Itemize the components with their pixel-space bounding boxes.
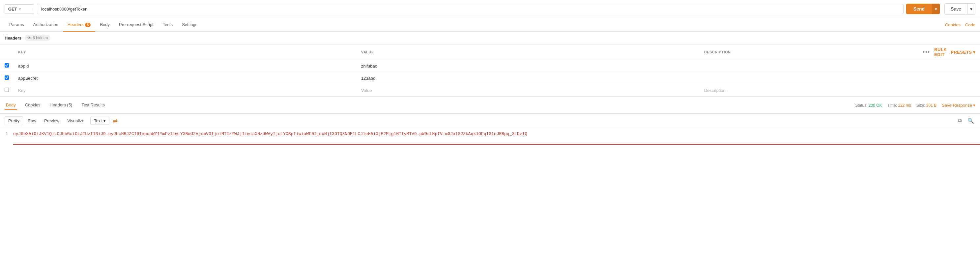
table-row-empty: Key Value Description bbox=[0, 84, 980, 97]
header-key-1[interactable]: appId bbox=[14, 60, 356, 72]
code-viewer-bar: Pretty Raw Preview Visualize Text ▾ ⇌ ⧉ … bbox=[0, 114, 980, 128]
tab-settings[interactable]: Settings bbox=[177, 18, 202, 32]
top-bar: GET ▾ Send ▾ Save ▾ bbox=[0, 0, 980, 18]
view-tab-visualize[interactable]: Visualize bbox=[64, 116, 88, 125]
response-tab-test-results[interactable]: Test Results bbox=[80, 100, 106, 110]
value-placeholder[interactable]: Value bbox=[361, 88, 372, 93]
time-label: Time: 222 ms bbox=[888, 103, 911, 108]
row-checkbox-empty[interactable] bbox=[5, 88, 9, 92]
save-button[interactable]: Save bbox=[944, 3, 967, 14]
right-icons: ⧉ 🔍 bbox=[957, 116, 975, 125]
code-content[interactable]: eyJ0eXAiOiJKV1QiLCJhbGciOiJIUzI1NiJ9.eyJ… bbox=[13, 131, 980, 145]
search-icon[interactable]: 🔍 bbox=[966, 116, 975, 125]
col-actions: ••• Bulk Edit Presets ▾ bbox=[918, 45, 980, 60]
table-row: appSecret 123abc bbox=[0, 72, 980, 84]
view-tab-raw[interactable]: Raw bbox=[24, 116, 40, 125]
view-tab-preview[interactable]: Preview bbox=[41, 116, 63, 125]
size-value: 301 B bbox=[926, 103, 937, 108]
presets-button[interactable]: Presets ▾ bbox=[951, 50, 975, 55]
format-value: Text bbox=[94, 118, 102, 123]
tab-headers[interactable]: Headers8 bbox=[63, 18, 95, 32]
status-label: Status: 200 OK bbox=[855, 103, 882, 108]
headers-table: KEY VALUE DESCRIPTION ••• Bulk Edit Pres… bbox=[0, 45, 980, 97]
tab-pre-request[interactable]: Pre-request Script bbox=[115, 18, 158, 32]
send-dropdown-button[interactable]: ▾ bbox=[932, 4, 940, 14]
tab-params[interactable]: Params bbox=[5, 18, 29, 32]
col-key: KEY bbox=[14, 45, 356, 60]
save-response-button[interactable]: Save Response ▾ bbox=[942, 103, 975, 108]
key-placeholder[interactable]: Key bbox=[18, 88, 25, 93]
wrap-button[interactable]: ⇌ bbox=[113, 117, 118, 124]
eye-icon: 👁 bbox=[27, 35, 31, 40]
method-label: GET bbox=[8, 6, 17, 11]
top-right-links: Cookies Code bbox=[945, 22, 975, 27]
method-chevron-icon: ▾ bbox=[19, 7, 21, 11]
code-link[interactable]: Code bbox=[965, 22, 975, 27]
format-select[interactable]: Text ▾ bbox=[90, 116, 110, 125]
hidden-headers-badge[interactable]: 👁 6 hidden bbox=[25, 35, 51, 41]
cookies-link[interactable]: Cookies bbox=[945, 22, 961, 27]
code-body: 1 eyJ0eXAiOiJKV1QiLCJhbGciOiJIUzI1NiJ9.e… bbox=[0, 128, 980, 148]
response-status: Status: 200 OK Time: 222 ms Size: 301 B … bbox=[855, 103, 975, 108]
response-tab-headers[interactable]: Headers (5) bbox=[48, 100, 74, 110]
header-value-1[interactable]: zhifubao bbox=[356, 60, 700, 72]
request-tab-nav: Params Authorization Headers8 Body Pre-r… bbox=[0, 18, 980, 32]
headers-section-header: Headers 👁 6 hidden bbox=[0, 32, 980, 45]
size-label: Size: 301 B bbox=[916, 103, 937, 108]
header-key-2[interactable]: appSecret bbox=[14, 72, 356, 84]
copy-icon[interactable]: ⧉ bbox=[957, 116, 963, 125]
line-number: 1 bbox=[0, 131, 13, 145]
col-description: DESCRIPTION bbox=[700, 45, 918, 60]
header-row1-actions bbox=[918, 60, 980, 72]
presets-chevron-icon: ▾ bbox=[973, 50, 976, 55]
more-options-button[interactable]: ••• bbox=[923, 49, 930, 55]
row-checkbox-1[interactable] bbox=[5, 63, 9, 67]
table-row: appId zhifubao bbox=[0, 60, 980, 72]
save-dropdown-button[interactable]: ▾ bbox=[967, 3, 975, 14]
bulk-edit-button[interactable]: Bulk Edit bbox=[934, 47, 947, 57]
header-value-2[interactable]: 123abc bbox=[356, 72, 700, 84]
headers-badge: 8 bbox=[85, 23, 91, 27]
send-btn-group: Send ▾ bbox=[906, 4, 940, 14]
format-chevron-icon: ▾ bbox=[103, 118, 106, 123]
row-checkbox-2[interactable] bbox=[5, 75, 9, 80]
send-button[interactable]: Send bbox=[906, 4, 932, 14]
method-select[interactable]: GET ▾ bbox=[5, 4, 34, 14]
tab-tests[interactable]: Tests bbox=[158, 18, 177, 32]
header-row2-actions bbox=[918, 72, 980, 84]
view-tab-pretty[interactable]: Pretty bbox=[5, 116, 23, 125]
save-btn-group: Save ▾ bbox=[944, 3, 975, 14]
col-checkbox bbox=[0, 45, 14, 60]
headers-section-title: Headers bbox=[5, 35, 21, 40]
description-placeholder[interactable]: Description bbox=[704, 88, 725, 93]
time-value: 222 ms bbox=[898, 103, 911, 108]
response-tab-body[interactable]: Body bbox=[5, 100, 17, 110]
col-value: VALUE bbox=[356, 45, 700, 60]
response-tab-cookies[interactable]: Cookies bbox=[24, 100, 42, 110]
header-desc-2[interactable] bbox=[700, 72, 918, 84]
response-bar: Body Cookies Headers (5) Test Results St… bbox=[0, 97, 980, 114]
empty-row-actions bbox=[918, 84, 980, 97]
tab-body[interactable]: Body bbox=[95, 18, 115, 32]
save-response-chevron-icon: ▾ bbox=[973, 103, 975, 108]
tab-authorization[interactable]: Authorization bbox=[29, 18, 63, 32]
url-input[interactable] bbox=[37, 4, 904, 14]
status-value: 200 OK bbox=[869, 103, 882, 108]
header-desc-1[interactable] bbox=[700, 60, 918, 72]
